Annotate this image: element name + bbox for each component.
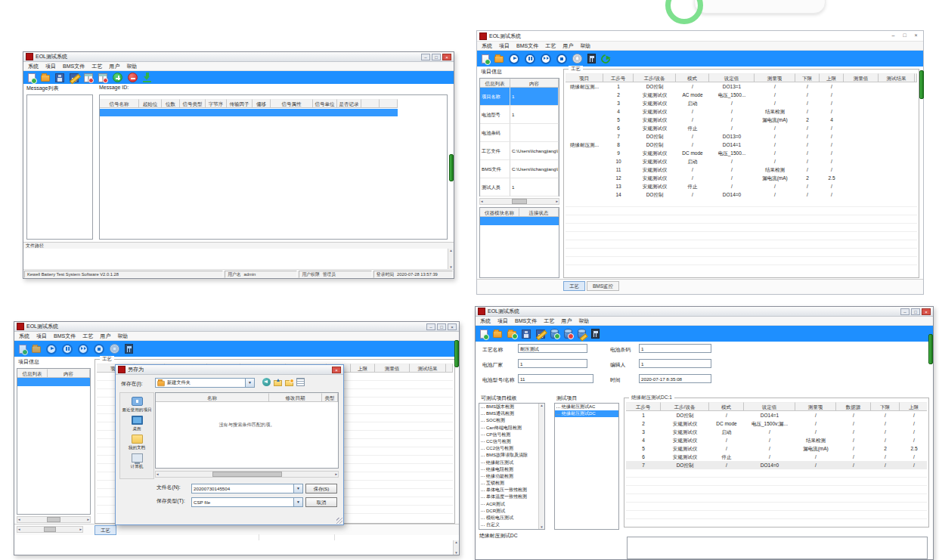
disc-icon[interactable] (572, 54, 582, 63)
table-row[interactable]: 9安规测试仪DC mode电压_1500.../// (566, 149, 917, 157)
table-row[interactable]: 绝缘耐压测...1DO控制/DO13=1/// (566, 82, 917, 91)
table-row[interactable]: 6安规测试仪停止///// (626, 453, 927, 461)
table-row[interactable]: 10安规测试仪启动//// (566, 157, 917, 166)
remove-circle-icon[interactable] (128, 73, 138, 82)
table-header-row[interactable]: 名称修改日期类型 (156, 393, 338, 402)
menu-item[interactable]: 用户 (100, 333, 110, 340)
maximize-button[interactable]: □ (432, 54, 441, 60)
title-bar[interactable]: EOL测试系统 – □ × (477, 31, 923, 42)
close-button[interactable]: × (448, 323, 457, 330)
test-project-item[interactable]: 绝缘耐压测试DC (555, 410, 618, 417)
template-item[interactable]: DCR测试 (479, 508, 544, 515)
add-circle-icon[interactable] (113, 73, 122, 82)
green-scroll-indicator[interactable] (454, 340, 459, 367)
dialog-close-button[interactable]: × (332, 367, 341, 373)
folder-open-icon[interactable] (32, 346, 41, 353)
menu-item[interactable]: 工艺 (91, 63, 102, 70)
menu-item[interactable]: 系统 (482, 42, 492, 50)
dropdown-arrow-icon[interactable]: ▼ (245, 379, 254, 387)
ff-circle-icon[interactable] (541, 54, 551, 64)
stop-circle-icon[interactable] (556, 54, 567, 64)
table-row[interactable]: 电池条码 (480, 124, 559, 142)
battery-barcode-input[interactable]: 1 (639, 344, 711, 353)
menu-item[interactable]: BMS文件 (516, 42, 538, 50)
green-scroll-indicator[interactable] (928, 334, 933, 364)
table-row[interactable]: 项目名称1 (480, 88, 559, 106)
template-item[interactable]: 单体温度一致性检测 (479, 493, 544, 500)
table-row[interactable]: 3安规测试仪启动///// (626, 428, 927, 436)
green-scroll-indicator[interactable] (919, 70, 924, 99)
battery-vendor-input[interactable]: 1 (518, 359, 587, 368)
message-list-box[interactable] (26, 94, 93, 240)
file-list-h-scrollbar[interactable]: ◄► (155, 471, 339, 478)
table-export-icon[interactable] (84, 73, 93, 82)
menu-item[interactable]: 帮助 (578, 317, 589, 325)
menu-item[interactable]: 项目 (36, 333, 47, 340)
table-export-icon[interactable] (98, 73, 107, 82)
place-documents[interactable]: 我的文档 (120, 435, 153, 450)
table-row[interactable]: 4安规测试仪//结果检测/// (626, 436, 927, 444)
maximize-button[interactable]: □ (911, 308, 920, 315)
table-row[interactable]: 2安规测试仪DC mode电压_1500v;漏...//// (626, 419, 927, 428)
info-h-scrollbar[interactable]: ◄► (17, 516, 91, 523)
bottom-log-box[interactable] (627, 537, 928, 559)
db-add-icon[interactable] (550, 330, 559, 339)
template-item[interactable]: 绝缘耐压测试 (479, 459, 544, 466)
minimize-button[interactable]: – (888, 32, 898, 39)
green-scroll-indicator[interactable] (449, 154, 454, 181)
place-computer[interactable]: 计算机 (120, 453, 153, 469)
save-edit-icon[interactable] (536, 330, 545, 339)
cancel-button[interactable]: 取消 (305, 497, 337, 507)
db-remove-icon[interactable] (564, 330, 572, 339)
folder-open-icon[interactable] (494, 56, 504, 63)
menu-item[interactable]: BMS文件 (63, 63, 85, 70)
pause-circle-icon[interactable] (525, 54, 535, 64)
menu-item[interactable]: 帮助 (117, 333, 128, 340)
save-icon[interactable] (55, 73, 64, 82)
doc-new-icon[interactable] (28, 73, 36, 82)
template-tree-scrollbar[interactable]: ▲▼ (538, 404, 544, 529)
new-folder-icon[interactable] (285, 380, 293, 386)
menu-item[interactable]: BMS文件 (515, 317, 537, 325)
folder-new-icon[interactable] (507, 331, 516, 338)
selected-empty-row[interactable] (100, 109, 398, 116)
table-row[interactable] (17, 378, 90, 386)
table-row[interactable]: 1DO控制/DO14=1//// (626, 411, 927, 419)
calc-icon[interactable] (591, 329, 600, 339)
save-in-combo[interactable]: 新建文件夹 ▼ (155, 378, 255, 388)
doc-new-icon[interactable] (19, 345, 26, 354)
maximize-button[interactable]: □ (437, 323, 446, 330)
table-row[interactable]: 2安规测试仪AC mode电压_1500.../// (566, 91, 917, 99)
maximize-button[interactable]: □ (900, 32, 910, 39)
menu-item[interactable]: 工艺 (545, 42, 556, 50)
menu-item[interactable]: 用户 (562, 42, 573, 50)
h-scrollbar[interactable]: ◄► (17, 526, 83, 533)
calc-icon[interactable] (587, 54, 596, 63)
template-item[interactable]: CC信号检测 (479, 438, 544, 445)
table-row[interactable]: 13安规测试仪停止//// (566, 182, 917, 190)
minimize-button[interactable]: – (421, 54, 430, 60)
menu-item[interactable]: 用户 (109, 63, 119, 70)
title-bar[interactable]: EOL测试系统 – □ × (14, 322, 459, 332)
pause-circle-icon[interactable] (62, 344, 73, 354)
log-scrollbar[interactable]: ▲▼ (453, 540, 459, 555)
close-button[interactable]: × (911, 32, 921, 39)
place-desktop[interactable]: 桌面 (120, 416, 153, 431)
doc-new-icon[interactable] (482, 54, 489, 63)
back-icon[interactable] (262, 378, 271, 386)
process-name-input[interactable]: 耐压测试 (518, 344, 587, 353)
menu-item[interactable]: 项目 (499, 42, 510, 50)
table-row[interactable]: 测试人员1 (480, 178, 559, 196)
save-edit-icon[interactable] (70, 73, 79, 82)
test-project-item[interactable]: 绝缘耐压测试AC (555, 404, 618, 410)
menu-item[interactable]: 系统 (19, 333, 29, 340)
log-area[interactable]: ▲▼ (23, 249, 454, 270)
template-item[interactable]: BMS通讯检测 (479, 410, 544, 417)
menu-item[interactable]: 帮助 (126, 63, 137, 70)
minimize-button[interactable]: – (426, 323, 435, 330)
menu-item[interactable]: 工艺 (544, 317, 554, 325)
template-item[interactable]: 模组电压测试 (479, 515, 544, 521)
play-circle-icon[interactable] (46, 344, 57, 354)
table-row[interactable]: 14DO控制/DO14=0/// (566, 190, 917, 199)
minimize-button[interactable]: – (900, 308, 910, 315)
